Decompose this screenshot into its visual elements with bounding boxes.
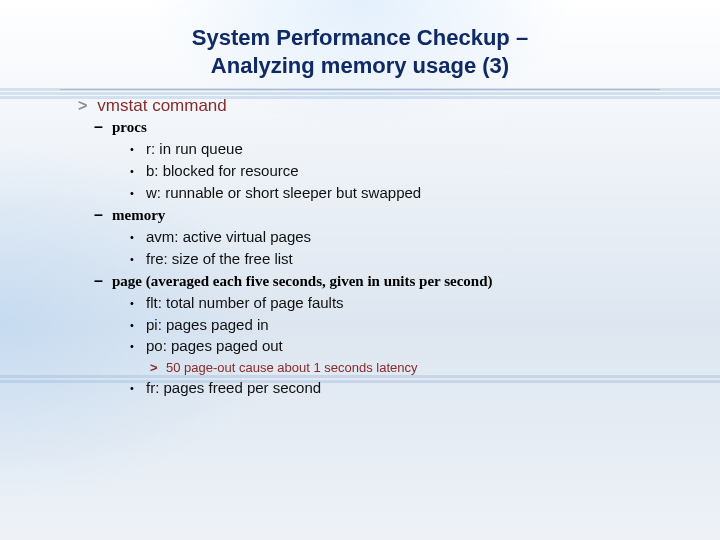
bullet-list-level3: flt: total number of page faults pi: pag…: [112, 292, 660, 357]
l3-item: pi: pages paged in: [146, 314, 660, 336]
bullet-list-level3: avm: active virtual pages fre: size of t…: [112, 226, 660, 270]
note-item: 50 page-out cause about 1 seconds latenc…: [166, 359, 660, 377]
bullet-list-level3: fr: pages freed per second: [112, 377, 660, 399]
l2-item-memory: memory avm: active virtual pages fre: si…: [112, 204, 660, 270]
bullet-list-level3: r: in run queue b: blocked for resource …: [112, 138, 660, 203]
l2-item-procs: procs r: in run queue b: blocked for res…: [112, 116, 660, 204]
l2-item-page: page (averaged each five seconds, given …: [112, 270, 660, 400]
l3-item: b: blocked for resource: [146, 160, 660, 182]
l3-item: fr: pages freed per second: [146, 377, 660, 399]
title-line-2: Analyzing memory usage (3): [211, 53, 509, 78]
l1-heading: vmstat command: [97, 96, 226, 115]
l3-item: r: in run queue: [146, 138, 660, 160]
l3-item: w: runnable or short sleeper but swapped: [146, 182, 660, 204]
l2-head-procs: procs: [112, 119, 147, 135]
note-list: 50 page-out cause about 1 seconds latenc…: [112, 359, 660, 377]
l3-item: flt: total number of page faults: [146, 292, 660, 314]
l1-item: vmstat command procs r: in run queue b: …: [78, 96, 660, 399]
bullet-list-level1: vmstat command procs r: in run queue b: …: [60, 96, 660, 399]
bullet-list-level2: procs r: in run queue b: blocked for res…: [78, 116, 660, 399]
l3-item: po: pages paged out: [146, 335, 660, 357]
l2-head-page: page (averaged each five seconds, given …: [112, 273, 493, 289]
slide-content: System Performance Checkup – Analyzing m…: [0, 0, 720, 399]
l3-item: fre: size of the free list: [146, 248, 660, 270]
slide-title: System Performance Checkup – Analyzing m…: [60, 24, 660, 90]
l3-item: avm: active virtual pages: [146, 226, 660, 248]
title-line-1: System Performance Checkup –: [192, 25, 528, 50]
l2-head-memory: memory: [112, 207, 165, 223]
